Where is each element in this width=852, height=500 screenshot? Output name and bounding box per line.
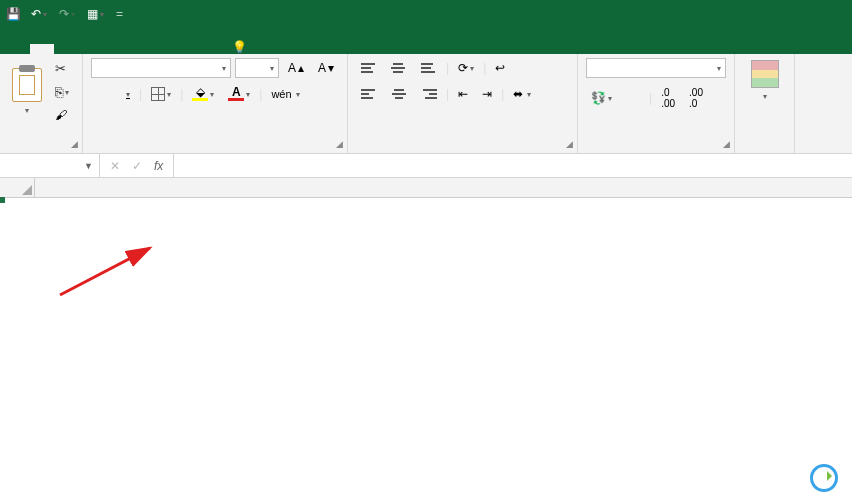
watermark <box>810 464 844 492</box>
tab-file[interactable] <box>6 44 30 54</box>
align-right-button[interactable] <box>416 84 442 104</box>
redo-icon[interactable]: ↷▾ <box>57 5 79 23</box>
phonetic-button[interactable]: wén▾ <box>266 85 304 103</box>
enter-icon[interactable]: ✓ <box>132 159 142 173</box>
group-font: ▾ ▾ A▴ A▾ ▾ | ▾ | ⬙▾ A▾ | wén▾ ◢ <box>83 54 348 153</box>
font-size-select[interactable]: ▾ <box>235 58 279 78</box>
bold-button[interactable] <box>91 91 101 97</box>
tab-help[interactable] <box>198 44 222 54</box>
orientation-button[interactable]: ⟳▾ <box>453 58 479 78</box>
tab-review[interactable] <box>150 44 174 54</box>
dialog-launcher-icon[interactable]: ◢ <box>566 139 573 149</box>
select-all-corner[interactable] <box>0 178 35 197</box>
group-clipboard: ▾ ▾ ◢ <box>0 54 83 153</box>
ribbon-tabs: 💡 <box>0 28 852 54</box>
active-cell-indicator <box>0 198 4 202</box>
tab-insert[interactable] <box>54 44 78 54</box>
dialog-launcher-icon[interactable]: ◢ <box>723 139 730 149</box>
cancel-icon[interactable]: ✕ <box>110 159 120 173</box>
save-icon[interactable]: 💾 <box>4 5 23 23</box>
paste-icon <box>12 68 42 102</box>
decrease-font-button[interactable]: A▾ <box>313 58 339 78</box>
font-color-icon: A <box>228 87 244 101</box>
quick-access-toolbar: 💾 ↶▾ ↷▾ ▦▾ = <box>4 5 125 23</box>
dialog-launcher-icon[interactable]: ◢ <box>336 139 343 149</box>
font-color-button[interactable]: A▾ <box>223 84 255 104</box>
fill-color-icon: ⬙ <box>192 87 208 101</box>
borders-button[interactable]: ▾ <box>146 84 176 104</box>
percent-format-button[interactable] <box>621 95 631 101</box>
accounting-format-button[interactable]: 💱▾ <box>586 88 617 108</box>
align-left-button[interactable] <box>356 84 382 104</box>
formula-bar-row: ▼ ✕ ✓ fx <box>0 154 852 178</box>
dialog-launcher-icon[interactable]: ◢ <box>71 139 78 149</box>
increase-indent-button[interactable]: ⇥ <box>477 84 497 104</box>
cut-button[interactable] <box>50 58 74 79</box>
decrease-decimal-button[interactable]: .00.0 <box>684 84 708 112</box>
comma-format-button[interactable] <box>635 95 645 101</box>
tab-home[interactable] <box>30 44 54 54</box>
qat-more-icon[interactable]: = <box>114 5 125 23</box>
lightbulb-icon: 💡 <box>232 40 247 54</box>
name-box[interactable]: ▼ <box>0 154 100 177</box>
group-styles: ▾ <box>735 54 795 153</box>
merge-center-button[interactable]: ⬌ ▾ <box>508 84 536 104</box>
tell-me[interactable]: 💡 <box>222 40 261 54</box>
increase-decimal-button[interactable]: .0.00 <box>656 84 680 112</box>
italic-button[interactable] <box>105 91 115 97</box>
group-label-number: ◢ <box>586 147 726 151</box>
ribbon: ▾ ▾ ◢ ▾ ▾ A▴ A▾ <box>0 54 852 154</box>
watermark-logo-icon <box>810 464 838 492</box>
formula-bar-buttons: ✕ ✓ fx <box>100 154 173 177</box>
fx-icon[interactable]: fx <box>154 159 163 173</box>
group-number: ▾ 💱▾ | .0.00 .00.0 ◢ <box>578 54 735 153</box>
conditional-format-icon <box>751 60 779 88</box>
group-label-alignment: ◢ <box>356 147 569 151</box>
group-alignment: | ⟳▾ | ↩ | ⇤ ⇥ | ⬌ ▾ ◢ <box>348 54 578 153</box>
undo-icon[interactable]: ↶▾ <box>29 5 51 23</box>
decrease-indent-button[interactable]: ⇤ <box>453 84 473 104</box>
tab-view[interactable] <box>174 44 198 54</box>
title-bar: 💾 ↶▾ ↷▾ ▦▾ = <box>0 0 852 28</box>
align-bottom-button[interactable] <box>416 58 442 78</box>
formula-bar[interactable] <box>173 154 852 177</box>
qat-customize-icon[interactable]: ▦▾ <box>85 5 108 23</box>
column-headers <box>0 178 852 198</box>
number-format-select[interactable]: ▾ <box>586 58 726 78</box>
paste-button[interactable]: ▾ <box>8 66 46 117</box>
wrap-text-button[interactable]: ↩ <box>490 58 512 78</box>
svg-line-0 <box>60 248 150 295</box>
group-label-font: ◢ <box>91 147 339 151</box>
copy-button[interactable]: ▾ <box>50 81 74 103</box>
tab-data[interactable] <box>126 44 150 54</box>
align-center-button[interactable] <box>386 84 412 104</box>
group-label-clipboard: ◢ <box>8 147 74 151</box>
font-name-select[interactable]: ▾ <box>91 58 231 78</box>
chevron-down-icon[interactable]: ▼ <box>84 161 93 171</box>
borders-icon <box>151 87 165 101</box>
tab-formulas[interactable] <box>102 44 126 54</box>
increase-font-button[interactable]: A▴ <box>283 58 309 78</box>
conditional-format-button[interactable]: ▾ <box>743 58 786 103</box>
annotation-arrow <box>55 240 175 303</box>
align-middle-button[interactable] <box>386 58 412 78</box>
tab-page-layout[interactable] <box>78 44 102 54</box>
format-painter-button[interactable] <box>50 105 74 125</box>
worksheet-grid[interactable] <box>0 178 852 500</box>
align-top-button[interactable] <box>356 58 382 78</box>
fill-color-button[interactable]: ⬙▾ <box>187 84 219 104</box>
underline-button[interactable]: ▾ <box>119 87 135 102</box>
